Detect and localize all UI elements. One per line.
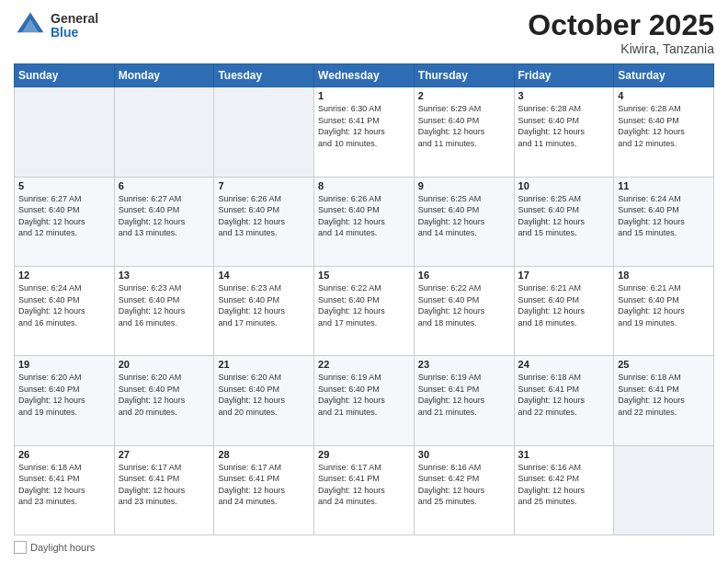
calendar-cell: 29Sunrise: 6:17 AM Sunset: 6:41 PM Dayli…	[314, 445, 415, 534]
calendar-cell: 27Sunrise: 6:17 AM Sunset: 6:41 PM Dayli…	[114, 445, 214, 534]
calendar-week-row: 12Sunrise: 6:24 AM Sunset: 6:40 PM Dayli…	[15, 266, 714, 355]
day-number: 19	[18, 359, 110, 370]
calendar-cell: 14Sunrise: 6:23 AM Sunset: 6:40 PM Dayli…	[214, 266, 314, 355]
day-info: Sunrise: 6:19 AM Sunset: 6:41 PM Dayligh…	[418, 372, 510, 418]
day-number: 12	[18, 270, 110, 281]
calendar-cell: 20Sunrise: 6:20 AM Sunset: 6:40 PM Dayli…	[114, 356, 214, 445]
calendar-cell: 28Sunrise: 6:17 AM Sunset: 6:41 PM Dayli…	[214, 445, 314, 534]
day-number: 4	[618, 90, 710, 101]
day-number: 18	[618, 270, 710, 281]
calendar-day-header: Wednesday	[314, 64, 415, 87]
day-number: 23	[418, 359, 510, 370]
calendar-cell: 16Sunrise: 6:22 AM Sunset: 6:40 PM Dayli…	[414, 266, 514, 355]
calendar-cell: 22Sunrise: 6:19 AM Sunset: 6:40 PM Dayli…	[314, 356, 415, 445]
day-number: 11	[618, 180, 710, 191]
logo-icon	[14, 9, 47, 42]
day-info: Sunrise: 6:22 AM Sunset: 6:40 PM Dayligh…	[318, 282, 410, 328]
legend-label: Daylight hours	[30, 542, 95, 553]
day-info: Sunrise: 6:25 AM Sunset: 6:40 PM Dayligh…	[518, 193, 610, 239]
logo-blue: Blue	[51, 26, 98, 40]
title-area: October 2025 Kiwira, Tanzania	[528, 9, 714, 56]
day-number: 22	[318, 359, 410, 370]
calendar-cell: 21Sunrise: 6:20 AM Sunset: 6:40 PM Dayli…	[214, 356, 314, 445]
footer-legend: Daylight hours	[14, 541, 95, 554]
calendar-day-header: Thursday	[414, 64, 514, 87]
calendar-cell: 30Sunrise: 6:16 AM Sunset: 6:42 PM Dayli…	[414, 445, 514, 534]
calendar-cell	[214, 87, 314, 177]
month-title: October 2025	[528, 9, 714, 41]
calendar-cell: 9Sunrise: 6:25 AM Sunset: 6:40 PM Daylig…	[414, 177, 514, 266]
calendar-day-header: Tuesday	[214, 64, 314, 87]
calendar-cell	[15, 87, 115, 177]
calendar-cell: 11Sunrise: 6:24 AM Sunset: 6:40 PM Dayli…	[614, 177, 714, 266]
day-info: Sunrise: 6:17 AM Sunset: 6:41 PM Dayligh…	[119, 462, 210, 508]
logo-text: General Blue	[51, 12, 98, 40]
day-info: Sunrise: 6:17 AM Sunset: 6:41 PM Dayligh…	[218, 462, 310, 508]
day-info: Sunrise: 6:21 AM Sunset: 6:40 PM Dayligh…	[618, 282, 710, 328]
day-number: 10	[518, 180, 610, 191]
day-number: 17	[518, 270, 610, 281]
location: Kiwira, Tanzania	[528, 41, 714, 56]
calendar-cell	[114, 87, 214, 177]
calendar-cell: 24Sunrise: 6:18 AM Sunset: 6:41 PM Dayli…	[514, 356, 614, 445]
day-info: Sunrise: 6:18 AM Sunset: 6:41 PM Dayligh…	[18, 462, 110, 508]
day-number: 13	[119, 270, 210, 281]
day-number: 28	[218, 449, 310, 460]
day-number: 29	[318, 449, 410, 460]
calendar-table: SundayMondayTuesdayWednesdayThursdayFrid…	[14, 63, 714, 535]
calendar-day-header: Saturday	[614, 64, 714, 87]
day-number: 30	[418, 449, 510, 460]
day-info: Sunrise: 6:25 AM Sunset: 6:40 PM Dayligh…	[418, 193, 510, 239]
day-info: Sunrise: 6:23 AM Sunset: 6:40 PM Dayligh…	[218, 282, 310, 328]
calendar-week-row: 5Sunrise: 6:27 AM Sunset: 6:40 PM Daylig…	[15, 177, 714, 266]
calendar-day-header: Monday	[114, 64, 214, 87]
day-info: Sunrise: 6:18 AM Sunset: 6:41 PM Dayligh…	[518, 372, 610, 418]
day-number: 1	[318, 90, 410, 101]
calendar-cell: 25Sunrise: 6:18 AM Sunset: 6:41 PM Dayli…	[614, 356, 714, 445]
calendar-cell: 18Sunrise: 6:21 AM Sunset: 6:40 PM Dayli…	[614, 266, 714, 355]
day-info: Sunrise: 6:16 AM Sunset: 6:42 PM Dayligh…	[518, 462, 610, 508]
day-info: Sunrise: 6:26 AM Sunset: 6:40 PM Dayligh…	[318, 193, 410, 239]
day-info: Sunrise: 6:23 AM Sunset: 6:40 PM Dayligh…	[119, 282, 210, 328]
calendar-cell	[614, 445, 714, 534]
day-number: 5	[18, 180, 110, 191]
day-info: Sunrise: 6:29 AM Sunset: 6:40 PM Dayligh…	[418, 103, 510, 149]
calendar-cell: 17Sunrise: 6:21 AM Sunset: 6:40 PM Dayli…	[514, 266, 614, 355]
header: General Blue October 2025 Kiwira, Tanzan…	[14, 9, 714, 56]
legend-box	[14, 541, 27, 554]
day-info: Sunrise: 6:20 AM Sunset: 6:40 PM Dayligh…	[119, 372, 210, 418]
calendar-week-row: 1Sunrise: 6:30 AM Sunset: 6:41 PM Daylig…	[15, 87, 714, 177]
day-info: Sunrise: 6:20 AM Sunset: 6:40 PM Dayligh…	[18, 372, 110, 418]
day-info: Sunrise: 6:18 AM Sunset: 6:41 PM Dayligh…	[618, 372, 710, 418]
day-number: 16	[418, 270, 510, 281]
calendar-cell: 26Sunrise: 6:18 AM Sunset: 6:41 PM Dayli…	[15, 445, 115, 534]
day-number: 20	[119, 359, 210, 370]
calendar-cell: 31Sunrise: 6:16 AM Sunset: 6:42 PM Dayli…	[514, 445, 614, 534]
day-info: Sunrise: 6:17 AM Sunset: 6:41 PM Dayligh…	[318, 462, 410, 508]
calendar-cell: 15Sunrise: 6:22 AM Sunset: 6:40 PM Dayli…	[314, 266, 415, 355]
calendar-cell: 23Sunrise: 6:19 AM Sunset: 6:41 PM Dayli…	[414, 356, 514, 445]
calendar-cell: 1Sunrise: 6:30 AM Sunset: 6:41 PM Daylig…	[314, 87, 415, 177]
day-info: Sunrise: 6:24 AM Sunset: 6:40 PM Dayligh…	[18, 282, 110, 328]
calendar-cell: 10Sunrise: 6:25 AM Sunset: 6:40 PM Dayli…	[514, 177, 614, 266]
calendar-cell: 19Sunrise: 6:20 AM Sunset: 6:40 PM Dayli…	[15, 356, 115, 445]
calendar-week-row: 19Sunrise: 6:20 AM Sunset: 6:40 PM Dayli…	[15, 356, 714, 445]
calendar-header-row: SundayMondayTuesdayWednesdayThursdayFrid…	[15, 64, 714, 87]
calendar-cell: 3Sunrise: 6:28 AM Sunset: 6:40 PM Daylig…	[514, 87, 614, 177]
day-info: Sunrise: 6:19 AM Sunset: 6:40 PM Dayligh…	[318, 372, 410, 418]
day-number: 9	[418, 180, 510, 191]
day-info: Sunrise: 6:20 AM Sunset: 6:40 PM Dayligh…	[218, 372, 310, 418]
calendar-cell: 8Sunrise: 6:26 AM Sunset: 6:40 PM Daylig…	[314, 177, 415, 266]
day-info: Sunrise: 6:27 AM Sunset: 6:40 PM Dayligh…	[119, 193, 210, 239]
day-info: Sunrise: 6:28 AM Sunset: 6:40 PM Dayligh…	[618, 103, 710, 149]
calendar-week-row: 26Sunrise: 6:18 AM Sunset: 6:41 PM Dayli…	[15, 445, 714, 534]
calendar-cell: 2Sunrise: 6:29 AM Sunset: 6:40 PM Daylig…	[414, 87, 514, 177]
day-number: 8	[318, 180, 410, 191]
calendar-cell: 12Sunrise: 6:24 AM Sunset: 6:40 PM Dayli…	[15, 266, 115, 355]
calendar-cell: 7Sunrise: 6:26 AM Sunset: 6:40 PM Daylig…	[214, 177, 314, 266]
day-number: 6	[119, 180, 210, 191]
day-info: Sunrise: 6:28 AM Sunset: 6:40 PM Dayligh…	[518, 103, 610, 149]
logo: General Blue	[14, 9, 98, 42]
day-info: Sunrise: 6:27 AM Sunset: 6:40 PM Dayligh…	[18, 193, 110, 239]
day-info: Sunrise: 6:22 AM Sunset: 6:40 PM Dayligh…	[418, 282, 510, 328]
